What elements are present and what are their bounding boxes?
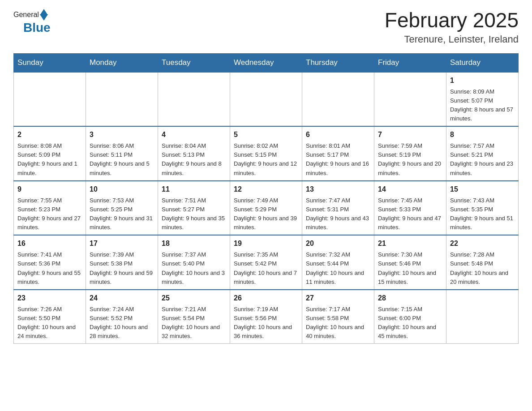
title-section: February 2025 Terenure, Leinster, Irelan… bbox=[385, 9, 519, 45]
day-number: 7 bbox=[378, 129, 442, 140]
month-title: February 2025 bbox=[385, 9, 519, 32]
day-info: Sunrise: 7:37 AMSunset: 5:40 PMDaylight:… bbox=[162, 250, 226, 287]
day-info: Sunrise: 7:26 AMSunset: 5:50 PMDaylight:… bbox=[17, 305, 82, 341]
day-info: Sunrise: 8:09 AMSunset: 5:07 PMDaylight:… bbox=[450, 87, 515, 124]
calendar-cell: 27Sunrise: 7:17 AMSunset: 5:58 PMDayligh… bbox=[302, 290, 374, 344]
day-info: Sunrise: 7:24 AMSunset: 5:52 PMDaylight:… bbox=[90, 305, 154, 341]
day-header-tuesday: Tuesday bbox=[158, 53, 230, 72]
day-number: 11 bbox=[162, 184, 226, 195]
day-info: Sunrise: 7:17 AMSunset: 5:58 PMDaylight:… bbox=[306, 305, 370, 341]
calendar-week-5: 23Sunrise: 7:26 AMSunset: 5:50 PMDayligh… bbox=[14, 290, 519, 344]
calendar-cell: 23Sunrise: 7:26 AMSunset: 5:50 PMDayligh… bbox=[14, 290, 86, 344]
logo-blue-text: Blue bbox=[23, 21, 51, 34]
day-number: 28 bbox=[378, 293, 442, 304]
day-info: Sunrise: 7:45 AMSunset: 5:33 PMDaylight:… bbox=[378, 196, 442, 232]
day-info: Sunrise: 7:49 AMSunset: 5:29 PMDaylight:… bbox=[234, 196, 298, 232]
calendar-cell: 1Sunrise: 8:09 AMSunset: 5:07 PMDaylight… bbox=[446, 72, 519, 127]
day-info: Sunrise: 8:02 AMSunset: 5:15 PMDaylight:… bbox=[234, 141, 298, 178]
day-info: Sunrise: 7:28 AMSunset: 5:48 PMDaylight:… bbox=[450, 250, 515, 287]
day-number: 2 bbox=[17, 129, 82, 140]
calendar-cell: 4Sunrise: 8:04 AMSunset: 5:13 PMDaylight… bbox=[158, 126, 230, 181]
calendar-header-row: SundayMondayTuesdayWednesdayThursdayFrid… bbox=[14, 53, 519, 72]
calendar-cell: 7Sunrise: 7:59 AMSunset: 5:19 PMDaylight… bbox=[374, 126, 446, 181]
calendar-week-1: 1Sunrise: 8:09 AMSunset: 5:07 PMDaylight… bbox=[14, 72, 519, 127]
calendar-cell: 20Sunrise: 7:32 AMSunset: 5:44 PMDayligh… bbox=[302, 235, 374, 290]
day-number: 23 bbox=[17, 293, 82, 304]
logo: General Blue bbox=[13, 9, 51, 35]
day-number: 19 bbox=[234, 238, 298, 249]
calendar-cell bbox=[158, 72, 230, 127]
calendar-cell: 9Sunrise: 7:55 AMSunset: 5:23 PMDaylight… bbox=[14, 181, 86, 235]
day-info: Sunrise: 7:55 AMSunset: 5:23 PMDaylight:… bbox=[17, 196, 82, 232]
calendar-cell: 19Sunrise: 7:35 AMSunset: 5:42 PMDayligh… bbox=[230, 235, 302, 290]
calendar-cell: 12Sunrise: 7:49 AMSunset: 5:29 PMDayligh… bbox=[230, 181, 302, 235]
day-info: Sunrise: 8:01 AMSunset: 5:17 PMDaylight:… bbox=[306, 141, 370, 178]
calendar-cell bbox=[230, 72, 302, 127]
calendar-cell: 6Sunrise: 8:01 AMSunset: 5:17 PMDaylight… bbox=[302, 126, 374, 181]
calendar-cell: 26Sunrise: 7:19 AMSunset: 5:56 PMDayligh… bbox=[230, 290, 302, 344]
day-info: Sunrise: 7:57 AMSunset: 5:21 PMDaylight:… bbox=[450, 141, 515, 178]
calendar-cell bbox=[86, 72, 158, 127]
calendar-week-3: 9Sunrise: 7:55 AMSunset: 5:23 PMDaylight… bbox=[14, 181, 519, 235]
day-number: 14 bbox=[378, 184, 442, 195]
day-number: 24 bbox=[90, 293, 154, 304]
day-info: Sunrise: 7:59 AMSunset: 5:19 PMDaylight:… bbox=[378, 141, 442, 178]
logo-general-text: General bbox=[13, 11, 39, 19]
calendar-cell: 22Sunrise: 7:28 AMSunset: 5:48 PMDayligh… bbox=[446, 235, 519, 290]
day-number: 20 bbox=[306, 238, 370, 249]
calendar-cell bbox=[14, 72, 86, 127]
calendar-cell: 17Sunrise: 7:39 AMSunset: 5:38 PMDayligh… bbox=[86, 235, 158, 290]
calendar-cell: 14Sunrise: 7:45 AMSunset: 5:33 PMDayligh… bbox=[374, 181, 446, 235]
calendar-cell: 24Sunrise: 7:24 AMSunset: 5:52 PMDayligh… bbox=[86, 290, 158, 344]
day-number: 9 bbox=[17, 184, 82, 195]
day-number: 21 bbox=[378, 238, 442, 249]
day-info: Sunrise: 7:43 AMSunset: 5:35 PMDaylight:… bbox=[450, 196, 515, 232]
calendar-cell: 3Sunrise: 8:06 AMSunset: 5:11 PMDaylight… bbox=[86, 126, 158, 181]
calendar-cell: 11Sunrise: 7:51 AMSunset: 5:27 PMDayligh… bbox=[158, 181, 230, 235]
day-info: Sunrise: 7:35 AMSunset: 5:42 PMDaylight:… bbox=[234, 250, 298, 287]
day-info: Sunrise: 7:32 AMSunset: 5:44 PMDaylight:… bbox=[306, 250, 370, 287]
day-info: Sunrise: 7:41 AMSunset: 5:36 PMDaylight:… bbox=[17, 250, 82, 287]
day-header-wednesday: Wednesday bbox=[230, 53, 302, 72]
day-header-monday: Monday bbox=[86, 53, 158, 72]
day-info: Sunrise: 7:47 AMSunset: 5:31 PMDaylight:… bbox=[306, 196, 370, 232]
calendar-cell bbox=[374, 72, 446, 127]
calendar-cell: 2Sunrise: 8:08 AMSunset: 5:09 PMDaylight… bbox=[14, 126, 86, 181]
calendar-cell: 21Sunrise: 7:30 AMSunset: 5:46 PMDayligh… bbox=[374, 235, 446, 290]
day-number: 18 bbox=[162, 238, 226, 249]
calendar-week-2: 2Sunrise: 8:08 AMSunset: 5:09 PMDaylight… bbox=[14, 126, 519, 181]
calendar-cell: 16Sunrise: 7:41 AMSunset: 5:36 PMDayligh… bbox=[14, 235, 86, 290]
day-info: Sunrise: 7:21 AMSunset: 5:54 PMDaylight:… bbox=[162, 305, 226, 341]
day-number: 4 bbox=[162, 129, 226, 140]
day-number: 5 bbox=[234, 129, 298, 140]
day-number: 8 bbox=[450, 129, 515, 140]
day-info: Sunrise: 7:15 AMSunset: 6:00 PMDaylight:… bbox=[378, 305, 442, 341]
calendar-cell: 5Sunrise: 8:02 AMSunset: 5:15 PMDaylight… bbox=[230, 126, 302, 181]
calendar-cell: 13Sunrise: 7:47 AMSunset: 5:31 PMDayligh… bbox=[302, 181, 374, 235]
day-info: Sunrise: 8:06 AMSunset: 5:11 PMDaylight:… bbox=[90, 141, 154, 178]
day-number: 17 bbox=[90, 238, 154, 249]
day-header-saturday: Saturday bbox=[446, 53, 519, 72]
day-header-friday: Friday bbox=[374, 53, 446, 72]
day-number: 1 bbox=[450, 75, 515, 86]
calendar-cell: 18Sunrise: 7:37 AMSunset: 5:40 PMDayligh… bbox=[158, 235, 230, 290]
day-info: Sunrise: 8:08 AMSunset: 5:09 PMDaylight:… bbox=[17, 141, 82, 178]
calendar-cell: 8Sunrise: 7:57 AMSunset: 5:21 PMDaylight… bbox=[446, 126, 519, 181]
day-info: Sunrise: 8:04 AMSunset: 5:13 PMDaylight:… bbox=[162, 141, 226, 178]
day-number: 22 bbox=[450, 238, 515, 249]
location-title: Terenure, Leinster, Ireland bbox=[385, 34, 519, 45]
day-number: 10 bbox=[90, 184, 154, 195]
day-number: 25 bbox=[162, 293, 226, 304]
calendar-week-4: 16Sunrise: 7:41 AMSunset: 5:36 PMDayligh… bbox=[14, 235, 519, 290]
day-info: Sunrise: 7:19 AMSunset: 5:56 PMDaylight:… bbox=[234, 305, 298, 341]
day-info: Sunrise: 7:51 AMSunset: 5:27 PMDaylight:… bbox=[162, 196, 226, 232]
day-number: 6 bbox=[306, 129, 370, 140]
day-header-thursday: Thursday bbox=[302, 53, 374, 72]
day-number: 3 bbox=[90, 129, 154, 140]
day-info: Sunrise: 7:53 AMSunset: 5:25 PMDaylight:… bbox=[90, 196, 154, 232]
calendar-cell bbox=[302, 72, 374, 127]
calendar-cell: 28Sunrise: 7:15 AMSunset: 6:00 PMDayligh… bbox=[374, 290, 446, 344]
day-info: Sunrise: 7:39 AMSunset: 5:38 PMDaylight:… bbox=[90, 250, 154, 287]
page-header: General Blue February 2025 Terenure, Lei… bbox=[13, 9, 519, 45]
day-number: 27 bbox=[306, 293, 370, 304]
